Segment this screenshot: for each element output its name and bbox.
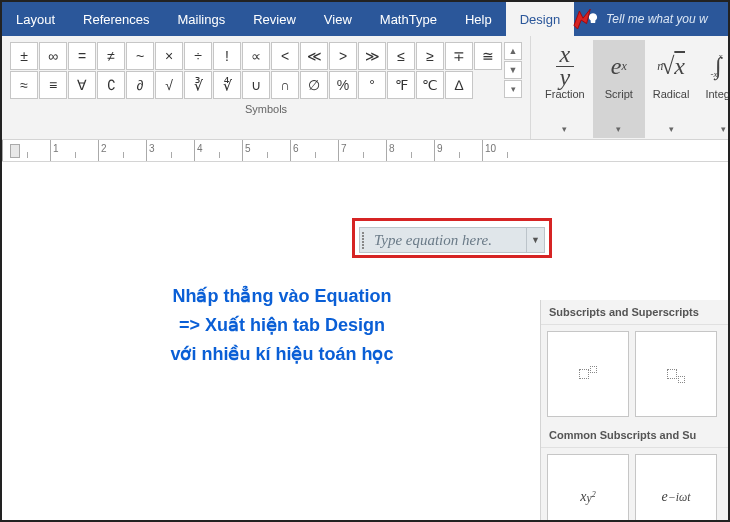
symbol-cell[interactable]: ≠: [97, 42, 125, 70]
equation-callout-border: Type equation here. ▼: [352, 218, 552, 258]
symbol-cell[interactable]: ℃: [416, 71, 444, 99]
symbol-cell[interactable]: ×: [155, 42, 183, 70]
equation-placeholder-box[interactable]: Type equation here. ▼: [359, 227, 545, 253]
ruler-tick: 6: [290, 140, 338, 162]
symbol-cell[interactable]: ∝: [242, 42, 270, 70]
ruler-tick: 9: [434, 140, 482, 162]
symbol-cell[interactable]: ≅: [474, 42, 502, 70]
tab-view[interactable]: View: [310, 2, 366, 36]
ruler-tick: 5: [242, 140, 290, 162]
gallery-item-subscript[interactable]: [635, 331, 717, 417]
structure-label: Fraction: [545, 88, 585, 100]
symbols-group: ±∞=≠~×÷!∝<≪>≫≤≥∓≅≈≡∀∁∂√∛∜∪∩∅%°℉℃∆ ▲ ▼ ▾ …: [2, 36, 531, 139]
annotation-line-2: => Xuất hiện tab Design: [102, 311, 462, 340]
symbol-cell[interactable]: ℉: [387, 71, 415, 99]
symbol-cell[interactable]: %: [329, 71, 357, 99]
structure-radical[interactable]: n√xRadical▾: [645, 40, 698, 138]
symbol-cell[interactable]: ∛: [184, 71, 212, 99]
symbol-cell[interactable]: ∜: [213, 71, 241, 99]
ribbon-tabs: LayoutReferencesMailingsReviewViewMathTy…: [2, 2, 728, 36]
annotation-line-1: Nhấp thẳng vào Equation: [102, 282, 462, 311]
chevron-down-icon: ▾: [669, 124, 674, 134]
lightbulb-icon: [586, 12, 600, 26]
symbol-cell[interactable]: ≡: [39, 71, 67, 99]
structure-script[interactable]: exScript▾: [593, 40, 645, 138]
ruler-tick: 7: [338, 140, 386, 162]
gallery-section-common: Common Subscripts and Su: [541, 423, 728, 448]
structure-icon: xy: [547, 44, 583, 88]
symbol-cell[interactable]: ∪: [242, 71, 270, 99]
symbol-cell[interactable]: =: [68, 42, 96, 70]
symbol-cell[interactable]: ∁: [97, 71, 125, 99]
symbol-cell[interactable]: ∂: [126, 71, 154, 99]
gallery-item-xy2[interactable]: xy2: [547, 454, 629, 520]
gallery-item-eiwt[interactable]: e−iωt: [635, 454, 717, 520]
horizontal-ruler[interactable]: 12345678910: [2, 140, 728, 162]
symbols-scroll-more[interactable]: ▾: [504, 80, 522, 98]
structure-label: Script: [605, 88, 633, 100]
equation-placeholder-text[interactable]: Type equation here.: [370, 232, 526, 249]
symbols-group-label: Symbols: [245, 103, 287, 115]
ribbon-body: ±∞=≠~×÷!∝<≪>≫≤≥∓≅≈≡∀∁∂√∛∜∪∩∅%°℉℃∆ ▲ ▼ ▾ …: [2, 36, 728, 140]
structure-label: Integral: [705, 88, 730, 100]
symbol-cell[interactable]: ∆: [445, 71, 473, 99]
symbol-cell[interactable]: ≤: [387, 42, 415, 70]
ruler-tick: 4: [194, 140, 242, 162]
tab-layout[interactable]: Layout: [2, 2, 69, 36]
structure-label: Radical: [653, 88, 690, 100]
tab-mailings[interactable]: Mailings: [164, 2, 240, 36]
equation-options-dropdown[interactable]: ▼: [526, 228, 544, 252]
tell-me-search[interactable]: Tell me what you w: [574, 12, 708, 26]
symbol-cell[interactable]: <: [271, 42, 299, 70]
symbol-cell[interactable]: ≈: [10, 71, 38, 99]
symbol-cell[interactable]: ±: [10, 42, 38, 70]
symbol-cell[interactable]: ∀: [68, 71, 96, 99]
symbol-cell[interactable]: ∓: [445, 42, 473, 70]
symbol-cell[interactable]: √: [155, 71, 183, 99]
tab-references[interactable]: References: [69, 2, 163, 36]
symbols-scroll-down[interactable]: ▼: [504, 61, 522, 79]
gallery-item-superscript[interactable]: [547, 331, 629, 417]
chevron-down-icon: ▾: [616, 124, 621, 134]
structure-icon: n√x: [653, 44, 689, 88]
annotation-text: Nhấp thẳng vào Equation => Xuất hiện tab…: [102, 282, 462, 368]
symbol-cell[interactable]: ÷: [184, 42, 212, 70]
symbol-cell[interactable]: >: [329, 42, 357, 70]
ruler-tick: 1: [50, 140, 98, 162]
ruler-tick: 10: [482, 140, 530, 162]
symbol-cell[interactable]: °: [358, 71, 386, 99]
script-gallery-dropdown: Subscripts and Superscripts Common Subsc…: [540, 300, 728, 520]
structure-fraction[interactable]: xyFraction▾: [537, 40, 593, 138]
tab-mathtype[interactable]: MathType: [366, 2, 451, 36]
ruler-tick: 2: [98, 140, 146, 162]
symbol-cell[interactable]: !: [213, 42, 241, 70]
tab-review[interactable]: Review: [239, 2, 310, 36]
symbol-cell[interactable]: ~: [126, 42, 154, 70]
symbol-cell[interactable]: ≫: [358, 42, 386, 70]
symbols-grid: ±∞=≠~×÷!∝<≪>≫≤≥∓≅≈≡∀∁∂√∛∜∪∩∅%°℉℃∆: [10, 42, 502, 99]
annotation-line-3: với nhiều kí hiệu toán học: [102, 340, 462, 369]
chevron-down-icon: ▾: [562, 124, 567, 134]
equation-move-handle[interactable]: [360, 228, 370, 252]
symbol-cell[interactable]: ≪: [300, 42, 328, 70]
tab-help[interactable]: Help: [451, 2, 506, 36]
structure-icon: ex: [601, 44, 637, 88]
document-area: Type equation here. ▼ Nhấp thẳng vào Equ…: [2, 162, 728, 520]
ruler-tick: [2, 140, 50, 162]
symbols-scroll-up[interactable]: ▲: [504, 42, 522, 60]
chevron-down-icon: ▾: [721, 124, 726, 134]
symbols-scroll: ▲ ▼ ▾: [504, 42, 522, 99]
ruler-tick: 8: [386, 140, 434, 162]
symbol-cell[interactable]: ≥: [416, 42, 444, 70]
tab-design[interactable]: Design: [506, 2, 574, 36]
structure-integral[interactable]: ∫x-xIntegral▾: [697, 40, 730, 138]
structure-icon: ∫x-x: [706, 44, 730, 88]
symbol-cell[interactable]: ∩: [271, 71, 299, 99]
ruler-tick: 3: [146, 140, 194, 162]
symbol-cell[interactable]: ∅: [300, 71, 328, 99]
symbol-cell[interactable]: ∞: [39, 42, 67, 70]
structures-group: xyFraction▾exScript▾n√xRadical▾∫x-xInteg…: [531, 36, 730, 139]
gallery-section-subsup: Subscripts and Superscripts: [541, 300, 728, 325]
